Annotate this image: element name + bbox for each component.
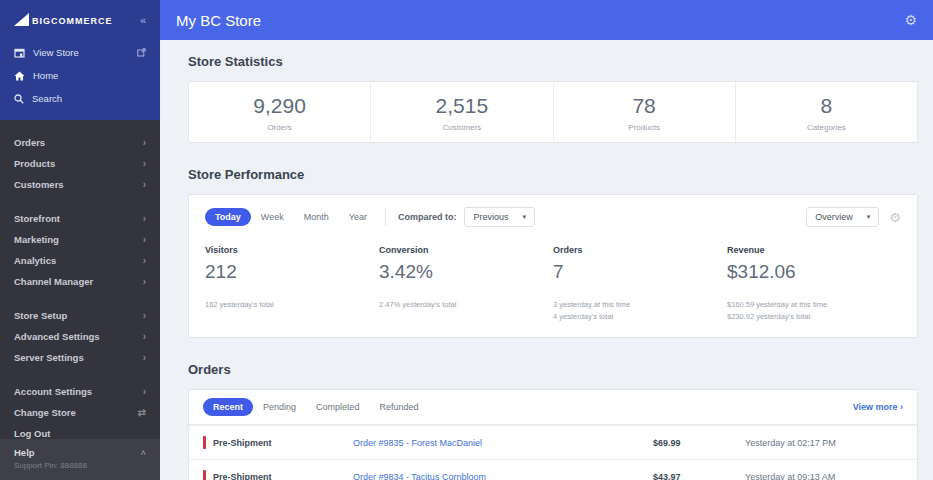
support-pin: Support Pin: 888888 bbox=[14, 461, 146, 470]
stat-label: Products bbox=[554, 123, 735, 132]
sidebar-item-orders[interactable]: Orders› bbox=[0, 132, 160, 153]
metric-orders: Orders 7 3 yesterday at this time 4 yest… bbox=[553, 245, 727, 323]
storefront-icon bbox=[14, 48, 25, 58]
stat-label: Categories bbox=[736, 123, 917, 132]
order-time: Yesterday at 09:13 AM bbox=[723, 472, 903, 480]
sidebar-top-section: BIGCOMMERCE « View Store Home bbox=[0, 0, 160, 120]
order-link[interactable]: Order #9835 - Forest MacDaniel bbox=[353, 438, 653, 448]
sidebar-item-analytics[interactable]: Analytics› bbox=[0, 250, 160, 271]
sidebar-item-products[interactable]: Products› bbox=[0, 153, 160, 174]
help-label: Help bbox=[14, 447, 35, 458]
chevron-right-icon: › bbox=[143, 276, 146, 287]
sidebar-item-storefront[interactable]: Storefront› bbox=[0, 208, 160, 229]
sidebar-item-customers[interactable]: Customers› bbox=[0, 174, 160, 195]
tab-today[interactable]: Today bbox=[205, 208, 251, 226]
order-link[interactable]: Order #9834 - Tacitus Cornbloom bbox=[353, 472, 653, 480]
view-more-link[interactable]: View more › bbox=[853, 402, 903, 412]
order-status: Pre-Shipment bbox=[213, 472, 272, 480]
tab-month[interactable]: Month bbox=[294, 208, 339, 226]
order-time: Yesterday at 02:17 PM bbox=[723, 438, 903, 448]
metric-conversion: Conversion 3.42% 2.47% yesterday's total bbox=[379, 245, 553, 323]
sidebar-item-marketing[interactable]: Marketing› bbox=[0, 229, 160, 250]
sidebar-item-store-setup[interactable]: Store Setup› bbox=[0, 305, 160, 326]
tab-week[interactable]: Week bbox=[251, 208, 294, 226]
store-performance-heading: Store Performance bbox=[188, 167, 918, 182]
compared-to-label: Compared to: bbox=[398, 212, 457, 222]
chevron-right-icon: › bbox=[143, 386, 146, 397]
chevron-right-icon: › bbox=[143, 158, 146, 169]
order-row: Pre-Shipment Order #9835 - Forest MacDan… bbox=[189, 425, 917, 459]
sidebar-help-section[interactable]: Help ˄ Support Pin: 888888 bbox=[0, 439, 160, 480]
order-row: Pre-Shipment Order #9834 - Tacitus Cornb… bbox=[189, 459, 917, 480]
stat-value: 78 bbox=[554, 94, 735, 118]
sidebar-item-label: View Store bbox=[33, 47, 79, 58]
overview-select[interactable]: Overview ▾ bbox=[806, 207, 879, 227]
sail-icon bbox=[14, 13, 30, 26]
sidebar: BIGCOMMERCE « View Store Home bbox=[0, 0, 160, 480]
sidebar-item-account-settings[interactable]: Account Settings› bbox=[0, 381, 160, 402]
sidebar-item-label: Home bbox=[33, 70, 58, 81]
stat-value: 8 bbox=[736, 94, 917, 118]
status-indicator-red bbox=[203, 436, 206, 449]
store-statistics-heading: Store Statistics bbox=[188, 54, 918, 69]
tab-completed[interactable]: Completed bbox=[306, 398, 370, 416]
tab-year[interactable]: Year bbox=[339, 208, 377, 226]
compared-to-select[interactable]: Previous ▾ bbox=[464, 207, 535, 227]
swap-icon: ⇄ bbox=[138, 407, 146, 418]
chevron-right-icon: › bbox=[143, 137, 146, 148]
divider bbox=[385, 208, 386, 226]
chevron-right-icon: › bbox=[143, 213, 146, 224]
stat-customers: 2,515 Customers bbox=[371, 82, 553, 142]
sidebar-collapse-icon[interactable]: « bbox=[140, 14, 146, 26]
stat-label: Orders bbox=[189, 123, 370, 132]
store-statistics-card: 9,290 Orders 2,515 Customers 78 Products… bbox=[188, 81, 918, 143]
orders-card: Recent Pending Completed Refunded View m… bbox=[188, 389, 918, 480]
store-title: My BC Store bbox=[176, 12, 261, 29]
metric-visitors: Visitors 212 162 yesterday's total bbox=[205, 245, 379, 323]
sidebar-item-advanced-settings[interactable]: Advanced Settings› bbox=[0, 326, 160, 347]
logo-text: BIGCOMMERCE bbox=[32, 16, 113, 26]
tab-refunded[interactable]: Refunded bbox=[370, 398, 429, 416]
order-status: Pre-Shipment bbox=[213, 438, 272, 448]
order-amount: $43.97 bbox=[653, 472, 723, 480]
search-icon bbox=[14, 94, 24, 104]
tab-recent[interactable]: Recent bbox=[203, 398, 253, 416]
metric-revenue: Revenue $312.06 $160.59 yesterday at thi… bbox=[727, 245, 901, 323]
app-window: BIGCOMMERCE « View Store Home bbox=[0, 0, 933, 480]
gear-icon[interactable]: ⚙ bbox=[889, 210, 901, 225]
chevron-right-icon: › bbox=[143, 234, 146, 245]
gear-icon[interactable]: ⚙ bbox=[904, 12, 917, 28]
stat-products: 78 Products bbox=[554, 82, 736, 142]
sidebar-item-search[interactable]: Search bbox=[0, 87, 160, 110]
chevron-up-icon: ˄ bbox=[141, 448, 146, 458]
sidebar-item-change-store[interactable]: Change Store⇄ bbox=[0, 402, 160, 423]
external-link-icon bbox=[137, 48, 146, 57]
dropdown-arrow-icon: ▾ bbox=[522, 213, 526, 221]
sidebar-item-channel-manager[interactable]: Channel Manager› bbox=[0, 271, 160, 292]
orders-heading: Orders bbox=[188, 362, 918, 377]
sidebar-item-server-settings[interactable]: Server Settings› bbox=[0, 347, 160, 368]
chevron-right-icon: › bbox=[143, 179, 146, 190]
chevron-right-icon: › bbox=[143, 331, 146, 342]
stat-categories: 8 Categories bbox=[736, 82, 917, 142]
sidebar-item-view-store[interactable]: View Store bbox=[0, 41, 160, 64]
bigcommerce-logo[interactable]: BIGCOMMERCE bbox=[14, 13, 113, 26]
stat-value: 2,515 bbox=[371, 94, 552, 118]
sidebar-menu: Orders› Products› Customers› Storefront›… bbox=[0, 120, 160, 444]
chevron-right-icon: › bbox=[143, 352, 146, 363]
top-header: My BC Store ⚙ bbox=[160, 0, 933, 40]
dashboard-content: Store Statistics 9,290 Orders 2,515 Cust… bbox=[160, 40, 933, 480]
dropdown-arrow-icon: ▾ bbox=[867, 213, 871, 221]
home-icon bbox=[14, 71, 25, 81]
order-amount: $69.99 bbox=[653, 438, 723, 448]
sidebar-item-home[interactable]: Home bbox=[0, 64, 160, 87]
main-area: My BC Store ⚙ Store Statistics 9,290 Ord… bbox=[160, 0, 933, 480]
stat-label: Customers bbox=[371, 123, 552, 132]
tab-pending[interactable]: Pending bbox=[253, 398, 306, 416]
stat-orders: 9,290 Orders bbox=[189, 82, 371, 142]
chevron-right-icon: › bbox=[143, 255, 146, 266]
stat-value: 9,290 bbox=[189, 94, 370, 118]
status-indicator-red bbox=[203, 470, 206, 480]
chevron-right-icon: › bbox=[143, 310, 146, 321]
store-performance-card: Today Week Month Year Compared to: Previ… bbox=[188, 194, 918, 338]
